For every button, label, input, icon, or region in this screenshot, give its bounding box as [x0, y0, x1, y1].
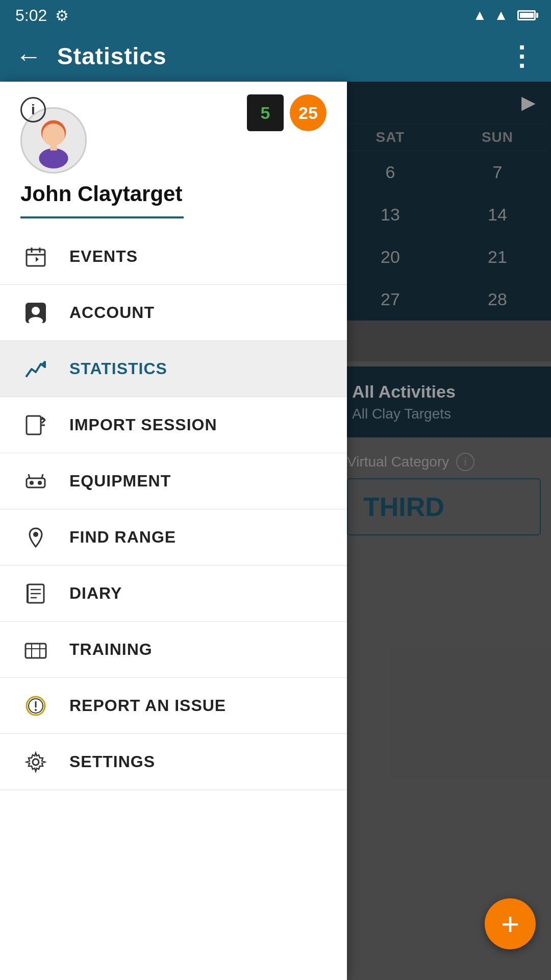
signal-icon: ▲: [494, 7, 508, 23]
sidebar-item-events[interactable]: EVENTS: [0, 229, 347, 285]
settings-label: SETTINGS: [69, 752, 155, 771]
badge-row: 5 25: [247, 94, 327, 131]
sidebar-item-account[interactable]: ACCOUNT: [0, 285, 347, 341]
settings-icon: ⚙: [55, 7, 69, 24]
svg-point-10: [32, 307, 40, 315]
svg-rect-15: [27, 478, 45, 487]
badge-green: 5: [247, 94, 284, 131]
info-icon[interactable]: i: [20, 97, 46, 122]
fab-add-button[interactable]: +: [485, 898, 536, 949]
account-icon: [20, 302, 51, 324]
status-icons: ▲ ▲: [473, 7, 536, 23]
svg-point-2: [39, 148, 68, 168]
status-time: 5:02: [15, 6, 47, 25]
status-time-area: 5:02 ⚙: [15, 6, 69, 25]
statistics-label: STATISTICS: [69, 359, 167, 378]
sidebar-item-training[interactable]: TRAINING: [0, 622, 347, 678]
back-button[interactable]: ←: [15, 41, 42, 71]
report-issue-label: REPORT AN ISSUE: [69, 696, 226, 715]
svg-point-17: [38, 481, 42, 485]
events-label: EVENTS: [69, 247, 138, 266]
nav-list: EVENTS ACCOUNT: [0, 229, 347, 790]
user-name: John Claytarget: [20, 182, 327, 206]
location-icon: [20, 526, 51, 549]
svg-rect-3: [50, 144, 57, 151]
fab-plus-icon: +: [501, 908, 519, 940]
svg-point-34: [33, 759, 39, 765]
svg-point-16: [30, 481, 34, 485]
diary-label: DIARY: [69, 584, 122, 603]
badge-orange: 25: [290, 94, 327, 131]
svg-point-20: [33, 532, 38, 537]
sidebar-item-find-range[interactable]: FIND RANGE: [0, 509, 347, 566]
sidebar-item-equipment[interactable]: EQUIPMENT: [0, 453, 347, 509]
sidebar-item-import-session[interactable]: IMPORT SESSION: [0, 397, 347, 453]
profile-divider: [20, 216, 184, 218]
status-bar: 5:02 ⚙ ▲ ▲: [0, 0, 551, 31]
equipment-icon: [20, 470, 51, 493]
statistics-icon: [20, 358, 51, 380]
svg-marker-8: [36, 257, 39, 262]
navigation-drawer: i 5 25: [0, 82, 347, 980]
sidebar-item-settings[interactable]: SETTINGS: [0, 734, 347, 790]
import-session-label: IMPORT SESSION: [69, 415, 217, 434]
account-label: ACCOUNT: [69, 303, 155, 322]
svg-line-19: [42, 474, 43, 478]
sidebar-item-report-issue[interactable]: REPORT AN ISSUE: [0, 678, 347, 734]
main-content: ▶ SAT SUN 6 7 13 14 20 21 27 28 All Ac: [0, 82, 551, 980]
find-range-label: FIND RANGE: [69, 528, 176, 547]
svg-line-18: [29, 474, 30, 478]
report-icon: [20, 695, 51, 717]
diary-icon: [20, 582, 51, 605]
equipment-label: EQUIPMENT: [69, 472, 171, 491]
more-options-button[interactable]: ⋮: [508, 41, 536, 71]
svg-rect-26: [26, 644, 46, 658]
page-title: Statistics: [57, 42, 167, 70]
settings-nav-icon: [20, 751, 51, 773]
scrim-overlay[interactable]: [347, 82, 551, 980]
sidebar-item-diary[interactable]: DIARY: [0, 566, 347, 622]
svg-point-1: [42, 124, 65, 146]
battery-icon: [517, 10, 536, 20]
svg-point-33: [35, 709, 37, 711]
sidebar-item-statistics[interactable]: STATISTICS: [0, 341, 347, 397]
calendar-icon: [20, 246, 51, 268]
training-label: TRAINING: [69, 640, 153, 659]
profile-section: i 5 25: [0, 82, 347, 229]
wifi-icon: ▲: [473, 7, 487, 23]
import-icon: [20, 414, 51, 436]
training-icon: [20, 639, 51, 661]
app-bar: ← Statistics ⋮: [0, 31, 551, 82]
svg-rect-12: [27, 416, 41, 434]
